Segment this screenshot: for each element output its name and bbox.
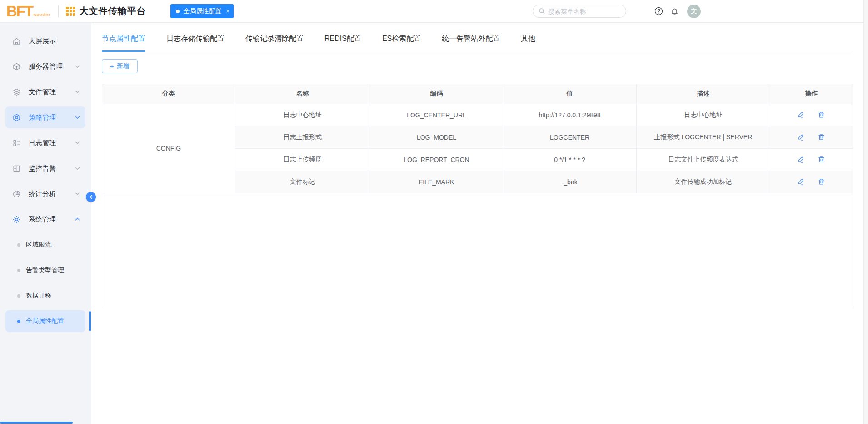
pencil-icon	[797, 178, 805, 186]
header-tab-global-config[interactable]: 全局属性配置 ×	[170, 4, 234, 18]
header-tab-label: 全局属性配置	[183, 7, 221, 15]
sidebar-subitem-data-migration[interactable]: 数据迁移	[5, 285, 85, 307]
pencil-icon	[797, 111, 805, 119]
sidebar-item-log-mgmt[interactable]: 日志管理	[5, 132, 85, 154]
tab-transfer-record-clean[interactable]: 传输记录清除配置	[245, 34, 304, 51]
cell-name: 文件标记	[235, 171, 370, 193]
chevron-down-icon	[75, 167, 80, 170]
sidebar-subitem-global-config[interactable]: 全局属性配置	[5, 310, 85, 332]
tab-es-search-config[interactable]: ES检索配置	[382, 34, 421, 51]
cell-code: LOG_CENTER_URL	[370, 104, 503, 126]
bullet-icon	[17, 320, 20, 323]
add-button-label: 新增	[117, 62, 130, 71]
table-row: CONFIG 日志中心地址 LOG_CENTER_URL http://127.…	[102, 104, 853, 126]
sidebar-item-policy-mgmt[interactable]: 策略管理	[5, 106, 85, 128]
sidebar-item-server-mgmt[interactable]: 服务器管理	[5, 56, 85, 77]
chevron-down-icon	[75, 65, 80, 68]
cell-value: http://127.0.0.1:29898	[503, 104, 637, 126]
chevron-down-icon	[75, 141, 80, 145]
search-input[interactable]	[548, 8, 620, 15]
logo-suffix: ransfer	[33, 12, 50, 17]
tab-close-icon[interactable]: ×	[226, 8, 229, 15]
layers-icon	[12, 88, 21, 96]
sidebar-subitem-label: 数据迁移	[26, 292, 51, 300]
col-header-code: 编码	[370, 84, 503, 104]
trash-icon	[818, 178, 825, 186]
vertical-scrollbar[interactable]	[863, 0, 868, 424]
cell-value: LOGCENTER	[503, 126, 637, 148]
col-header-desc: 描述	[636, 84, 770, 104]
search-icon	[539, 8, 545, 15]
logo: BFT ransfer	[6, 4, 50, 19]
edit-button[interactable]	[797, 156, 805, 163]
col-header-value: 值	[503, 84, 637, 104]
cell-desc: 文件传输成功加标记	[636, 171, 770, 193]
col-header-actions: 操作	[770, 84, 853, 104]
chevron-down-icon	[75, 192, 80, 196]
tab-unified-alert-config[interactable]: 统一告警站外配置	[442, 34, 500, 51]
gear-icon	[12, 215, 21, 224]
tab-other[interactable]: 其他	[521, 34, 535, 51]
sidebar-item-monitor-alert[interactable]: 监控告警	[5, 157, 85, 179]
trash-icon	[818, 133, 825, 141]
logo-text: BFT	[6, 4, 33, 19]
edit-button[interactable]	[797, 111, 805, 119]
cell-code: LOG_MODEL	[370, 126, 503, 148]
cell-code: FILE_MARK	[370, 171, 503, 193]
avatar[interactable]: 文	[687, 5, 701, 18]
cell-desc: 日志中心地址	[636, 104, 770, 126]
sidebar-item-label: 系统管理	[29, 215, 75, 224]
delete-button[interactable]	[818, 133, 825, 141]
bullet-icon	[17, 294, 20, 298]
config-tabbar: 节点属性配置 日志存储传输配置 传输记录清除配置 REDIS配置 ES检索配置 …	[102, 23, 853, 51]
tab-log-storage-transfer[interactable]: 日志存储传输配置	[166, 34, 224, 51]
sidebar-subitem-alert-type-mgmt[interactable]: 告警类型管理	[5, 259, 85, 281]
sidebar-item-file-mgmt[interactable]: 文件管理	[5, 81, 85, 103]
sidebar-item-label: 统计分析	[29, 190, 75, 198]
edit-button[interactable]	[797, 178, 805, 186]
plus-icon: +	[110, 63, 114, 70]
chevron-left-icon	[89, 195, 93, 199]
log-list-icon	[12, 139, 21, 147]
delete-button[interactable]	[818, 111, 825, 119]
main: 大屏展示 服务器管理 文件管理	[0, 23, 868, 424]
sidebar-item-stats-analysis[interactable]: 统计分析	[5, 183, 85, 205]
delete-button[interactable]	[818, 156, 825, 163]
chevron-up-icon	[75, 217, 80, 221]
cell-desc: 上报形式 LOGCENTER | SERVER	[636, 126, 770, 148]
tab-dot-icon	[176, 10, 180, 13]
collapse-sidebar-button[interactable]	[86, 192, 96, 202]
bullet-icon	[17, 269, 20, 272]
cell-code: LOG_REPORT_CRON	[370, 148, 503, 171]
menu-search	[533, 5, 626, 18]
sidebar-item-label: 策略管理	[29, 113, 75, 122]
top-right-cluster: 文	[533, 5, 701, 18]
trash-icon	[818, 156, 825, 163]
policy-cube-icon	[12, 113, 21, 122]
sidebar-item-system-mgmt[interactable]: 系统管理	[5, 208, 85, 230]
cell-name: 日志上报形式	[235, 126, 370, 148]
sidebar-subitem-region-limit[interactable]: 区域限流	[5, 234, 85, 256]
sidebar-item-label: 文件管理	[29, 88, 75, 96]
bell-icon[interactable]	[670, 7, 679, 16]
category-cell: CONFIG	[102, 104, 235, 193]
bullet-icon	[17, 243, 20, 247]
add-button[interactable]: + 新增	[102, 59, 138, 73]
app-title: 大文件传输平台	[79, 5, 146, 17]
sidebar-item-dashboard[interactable]: 大屏展示	[5, 30, 85, 52]
cell-desc: 日志文件上传频度表达式	[636, 148, 770, 171]
sidebar-subitem-label: 告警类型管理	[26, 266, 64, 274]
sidebar-item-label: 日志管理	[29, 139, 75, 147]
cell-name: 日志中心地址	[235, 104, 370, 126]
config-table: 分类 名称 编码 值 描述 操作 CONFIG 日志中心地址	[102, 84, 853, 308]
delete-button[interactable]	[818, 178, 825, 186]
tab-node-config[interactable]: 节点属性配置	[102, 34, 145, 51]
content: 节点属性配置 日志存储传输配置 传输记录清除配置 REDIS配置 ES检索配置 …	[91, 23, 868, 424]
sidebar-subitem-label: 区域限流	[26, 241, 51, 249]
cell-name: 日志上传频度	[235, 148, 370, 171]
server-icon	[12, 62, 21, 71]
edit-button[interactable]	[797, 133, 805, 141]
help-icon[interactable]	[654, 7, 663, 15]
tab-redis-config[interactable]: REDIS配置	[324, 34, 361, 51]
horizontal-scrollbar-thumb[interactable]	[0, 422, 73, 424]
